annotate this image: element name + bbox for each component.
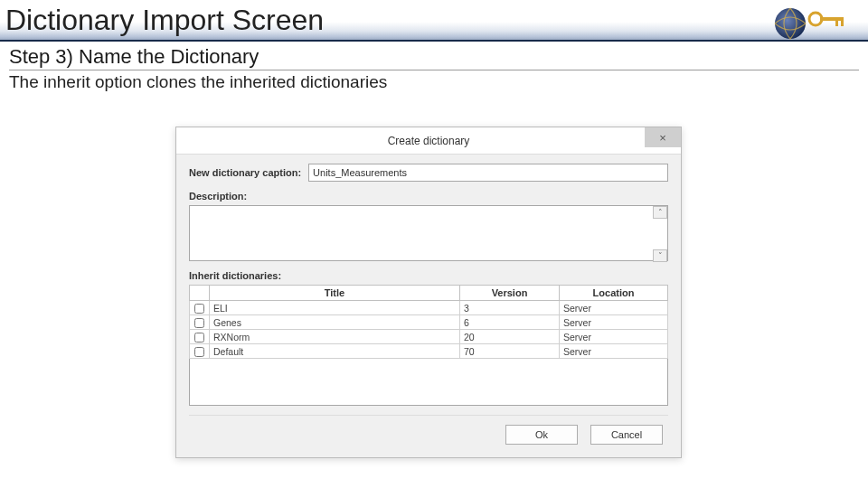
row-checkbox[interactable] [194,347,204,357]
row-checkbox[interactable] [194,304,204,314]
chevron-down-icon: ˅ [658,251,663,260]
dialog-button-row: Ok Cancel [189,415,668,448]
row-checkbox[interactable] [194,333,204,343]
inherit-label: Inherit dictionaries: [189,270,668,281]
chevron-up-icon: ˄ [658,208,663,217]
row-title: ELI [210,301,460,315]
svg-point-0 [775,8,806,39]
inherit-table: Title Version Location ELI 3 Server Gene… [189,285,668,359]
page-title: Dictionary Import Screen [5,0,868,40]
cancel-button[interactable]: Cancel [590,425,663,445]
col-check [190,286,210,301]
svg-rect-2 [820,17,844,21]
col-location: Location [560,286,668,301]
table-row[interactable]: Genes 6 Server [190,315,668,330]
row-title: Default [210,344,460,359]
svg-rect-4 [841,21,844,26]
row-checkbox[interactable] [194,318,204,328]
row-version: 20 [460,330,560,344]
scroll-down-button[interactable]: ˅ [653,249,667,262]
caption-input[interactable] [308,164,668,182]
step-description: The inherit option clones the inherited … [0,70,868,92]
row-version: 6 [460,315,560,330]
dialog-titlebar: Create dictionary × [176,127,681,155]
close-icon: × [659,131,666,145]
caption-label: New dictionary caption: [189,167,301,178]
row-version: 3 [460,301,560,315]
col-title: Title [210,286,460,301]
row-location: Server [560,344,668,359]
description-block: Description: ˄ ˅ [189,191,668,263]
dialog-body: New dictionary caption: Description: ˄ ˅… [176,155,681,457]
create-dictionary-dialog: Create dictionary × New dictionary capti… [175,127,682,458]
row-version: 70 [460,344,560,359]
table-row[interactable]: Default 70 Server [190,344,668,359]
table-empty-area [189,359,668,406]
dialog-title: Create dictionary [388,135,470,147]
svg-point-1 [809,13,822,25]
row-title: RXNorm [210,330,460,344]
table-row[interactable]: ELI 3 Server [190,301,668,315]
row-location: Server [560,301,668,315]
subheader: Step 3) Name the Dictionary [0,42,868,70]
scroll-up-button[interactable]: ˄ [653,206,667,219]
description-input[interactable] [189,205,668,261]
logo-icon [770,4,852,42]
description-label: Description: [189,191,247,202]
step-heading: Step 3) Name the Dictionary [9,45,859,70]
row-location: Server [560,330,668,344]
ok-button[interactable]: Ok [505,425,578,445]
svg-rect-3 [835,21,838,26]
row-location: Server [560,315,668,330]
slide-header: Dictionary Import Screen [0,0,868,42]
close-button[interactable]: × [645,127,681,147]
row-title: Genes [210,315,460,330]
table-row[interactable]: RXNorm 20 Server [190,330,668,344]
col-version: Version [460,286,560,301]
table-header-row: Title Version Location [190,286,668,301]
caption-row: New dictionary caption: [189,164,668,182]
